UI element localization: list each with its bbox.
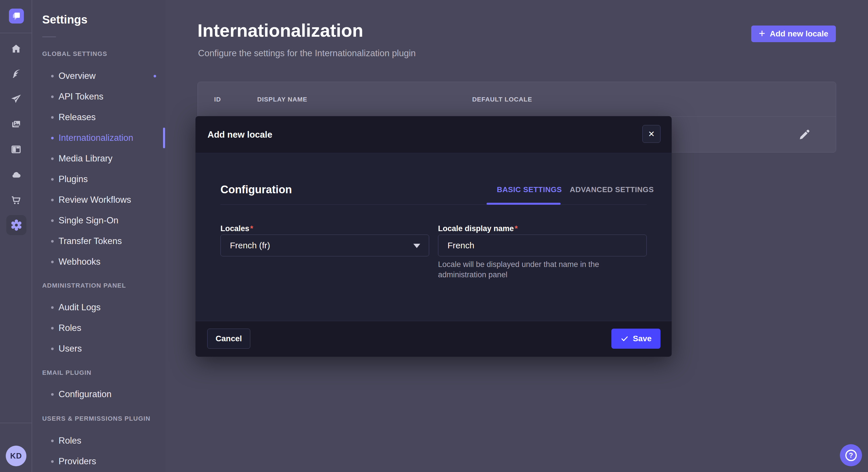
bullet-icon [51,75,54,77]
subnav-title-divider [42,36,56,37]
sidebar-item-api-tokens[interactable]: API Tokens [33,92,165,102]
sidebar-item-media-library[interactable]: Media Library [33,154,165,164]
sidebar-item-internationalization[interactable]: Internationalization [33,133,165,143]
required-asterisk: * [515,224,518,233]
tabs-divider [220,204,647,205]
page-title: Internationalization [197,20,363,41]
avatar[interactable]: KD [6,446,26,466]
active-tab-underline [487,203,561,205]
sidebar-item-audit-logs[interactable]: Audit Logs [33,302,165,312]
bullet-icon [51,240,54,243]
active-item-indicator [163,128,165,148]
sidebar-item-email-configuration[interactable]: Configuration [33,389,165,400]
rail-divider [0,33,32,33]
bullet-icon [51,347,54,350]
bullet-icon [51,178,54,181]
configuration-heading: Configuration [220,183,292,196]
subnav-title: Settings [42,13,88,26]
sidebar-item-overview[interactable]: Overview [33,71,165,81]
strapi-logo[interactable] [9,9,24,24]
chevron-down-icon [413,244,420,248]
close-icon: ✕ [648,129,655,139]
sidebar-item-up-roles[interactable]: Roles [33,436,165,446]
locale-display-name-input[interactable]: French [438,235,647,256]
releases-paper-plane-icon[interactable] [10,93,22,105]
help-button[interactable]: ? [840,444,862,466]
icon-rail: KD [0,0,32,472]
sidebar-item-transfer-tokens[interactable]: Transfer Tokens [33,236,165,246]
settings-gear-button[interactable] [6,215,26,235]
column-header-display-name: DISPLAY NAME [257,96,307,103]
sidebar-item-up-providers[interactable]: Providers [33,456,165,467]
section-email-plugin: EMAIL PLUGIN [42,369,92,376]
cloud-icon[interactable] [10,169,22,181]
home-icon[interactable] [10,43,22,55]
sidebar-item-releases[interactable]: Releases [33,112,165,123]
locale-display-name-label: Locale display name* [438,224,518,233]
modal-header: Add new locale ✕ [195,116,672,153]
check-icon [620,334,629,343]
close-button[interactable]: ✕ [642,125,660,143]
sidebar-item-admin-roles[interactable]: Roles [33,323,165,333]
modal-title: Add new locale [208,116,272,153]
gear-icon [10,218,23,232]
media-library-images-icon[interactable] [10,119,22,130]
bullet-icon [51,460,54,463]
bullet-icon [51,306,54,309]
edit-pencil-icon[interactable] [797,127,811,141]
bullet-icon [51,96,54,98]
bullet-icon [51,116,54,119]
display-name-hint: Locale will be displayed under that name… [438,259,639,280]
save-button[interactable]: Save [611,329,660,349]
bullet-icon [51,440,54,442]
sidebar-item-single-sign-on[interactable]: Single Sign-On [33,215,165,226]
bullet-icon [51,220,54,222]
locales-label: Locales* [220,224,253,233]
settings-subnav: Settings GLOBAL SETTINGS Overview API To… [33,0,165,472]
sidebar-item-plugins[interactable]: Plugins [33,174,165,184]
column-header-default-locale: DEFAULT LOCALE [472,96,532,103]
plus-icon: + [758,28,765,39]
section-users-permissions-plugin: USERS & PERMISSIONS PLUGIN [42,415,150,423]
bullet-icon [51,199,54,201]
question-mark-icon: ? [845,450,857,461]
cancel-button[interactable]: Cancel [207,329,250,349]
sidebar-item-webhooks[interactable]: Webhooks [33,257,165,267]
strapi-logo-icon [12,11,21,21]
add-new-locale-modal: Add new locale ✕ Configuration BASIC SET… [195,116,672,357]
locales-select[interactable]: French (fr) [220,235,429,256]
required-asterisk: * [250,224,253,233]
tab-advanced-settings[interactable]: ADVANCED SETTINGS [570,185,654,194]
bullet-icon [51,137,54,139]
rail-divider [0,423,32,423]
bullet-icon [51,261,54,263]
section-administration-panel: ADMINISTRATION PANEL [42,282,126,289]
notification-dot [154,75,156,77]
content-type-builder-layout-icon[interactable] [10,144,22,155]
marketplace-cart-icon[interactable] [10,194,22,206]
page-subtitle: Configure the settings for the Internati… [198,48,415,59]
bullet-icon [51,158,54,160]
sidebar-item-review-workflows[interactable]: Review Workflows [33,195,165,205]
column-header-id: ID [214,96,221,103]
modal-footer: Cancel Save [195,321,672,357]
modal-body: Configuration BASIC SETTINGS ADVANCED SE… [195,153,672,321]
add-new-locale-button[interactable]: + Add new locale [751,26,836,42]
sidebar-item-admin-users[interactable]: Users [33,343,165,354]
content-manager-feather-icon[interactable] [10,68,22,79]
section-global-settings: GLOBAL SETTINGS [42,50,107,58]
bullet-icon [51,393,54,396]
bullet-icon [51,327,54,330]
tab-basic-settings[interactable]: BASIC SETTINGS [497,185,562,194]
